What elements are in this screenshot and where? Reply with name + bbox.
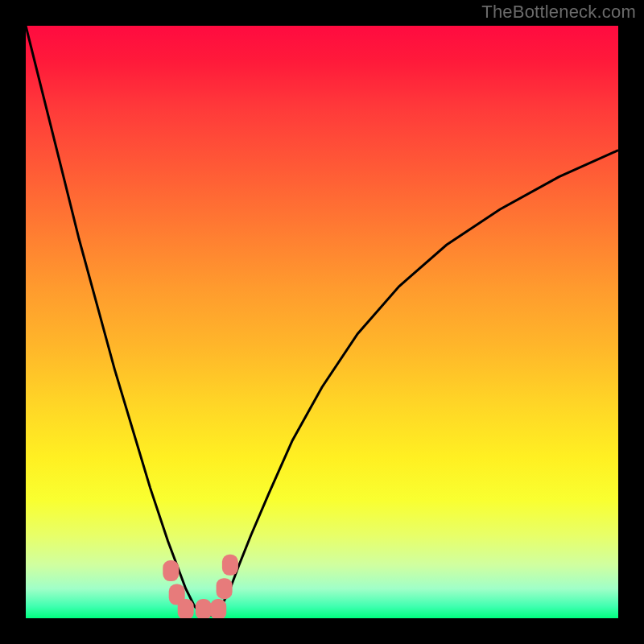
bottleneck-curve-svg — [26, 26, 618, 618]
curve-markers — [163, 555, 238, 618]
curve-marker — [178, 599, 194, 618]
curve-marker — [222, 555, 238, 576]
curve-marker — [217, 578, 233, 599]
curve-marker — [163, 560, 179, 581]
curve-marker — [196, 599, 212, 618]
chart-frame: TheBottleneck.com — [0, 0, 644, 644]
bottleneck-curve-path — [26, 26, 618, 615]
chart-plot-area — [26, 26, 618, 618]
curve-marker — [210, 599, 226, 618]
watermark-text: TheBottleneck.com — [481, 2, 636, 23]
